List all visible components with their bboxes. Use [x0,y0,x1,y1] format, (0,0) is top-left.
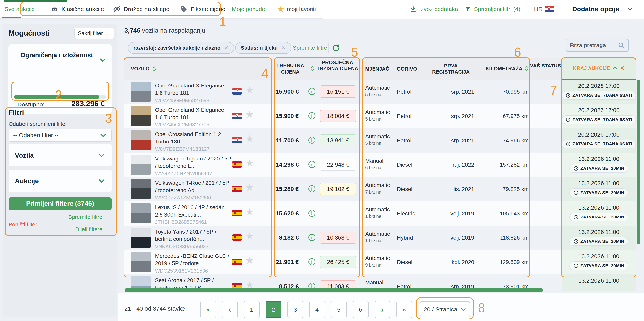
vehicle-thumbnail[interactable] [131,106,150,126]
header-auction-end[interactable]: KRAJ AUKCIJE ✕ [562,58,636,80]
vehicle-thumbnail[interactable] [131,252,150,272]
countdown-text: ZATVARA SE: 20MIN [580,263,624,268]
info-icon[interactable] [308,88,316,95]
country-flag-spain-icon [232,186,242,192]
filter-chip-status[interactable]: Status: u tijeku ✕ [235,42,292,54]
fuel-type: Diesel [397,162,412,168]
page-button-5[interactable]: 5 [331,301,347,318]
vehicle-info: Toyota Yaris / 2017 / 5P / berlina con p… [155,228,232,250]
gearbox-cell: Automatic5 brzina [365,109,390,122]
page-size-select[interactable]: 20 / Stranica [420,301,470,318]
vehicle-thumbnail[interactable] [131,155,150,175]
search-input[interactable] [570,42,618,49]
vehicle-title[interactable]: Mercedes -BENZ Clase GLC / 2019 / 5P / t… [155,252,232,267]
info-icon[interactable] [308,258,316,265]
reset-filter-link[interactable]: Poništi filter [8,221,37,228]
filters-title: Filtri [8,109,24,117]
favorite-star-icon[interactable]: ★ [245,207,254,217]
info-icon[interactable] [308,234,316,241]
chip-close-icon[interactable]: ✕ [281,45,286,51]
filter-group-vozila[interactable]: Vozila [8,144,112,166]
hide-filter-button[interactable]: Sakrij filter ← [74,28,114,39]
page-button-4[interactable]: 4 [309,301,325,318]
info-icon[interactable] [308,185,316,192]
info-icon[interactable] [308,137,316,144]
last-page-button[interactable] [396,301,412,318]
tab-sve-aukcije[interactable]: Sve aukcije [4,0,35,18]
avg-market-price: 13.941 € [320,134,356,147]
export-data-button[interactable]: Izvoz podataka [410,0,458,18]
limits-exposure-card[interactable]: Ograničenja i izloženost Dostupno: 283.2… [8,44,112,114]
chip-close-icon[interactable]: ✕ [224,45,228,51]
first-page-button[interactable] [200,301,216,318]
chevron-down-icon [460,306,466,312]
more-options-button[interactable]: Dodatne opcije [572,0,633,18]
current-price: 15.620 € [263,210,299,217]
tab-drazbe-na-slijepo[interactable]: Dražbe na slijepo [112,0,170,18]
info-icon[interactable] [308,210,316,217]
chevron-down-icon[interactable] [99,56,106,64]
sort-icon[interactable] [310,66,315,72]
options-title: Mogućnosti [8,29,50,37]
sort-icon[interactable] [152,66,156,72]
gear-count: 5 brzina [365,92,390,97]
header-vehicle[interactable]: VOZILO [131,58,156,80]
fuel-type: Diesel [397,259,412,265]
header-mileage[interactable]: KILOMETRAŽA [479,58,529,80]
header-current-price[interactable]: TRENUTNA CIJENA [272,62,309,75]
favorite-star-icon[interactable]: ★ [245,158,254,168]
nav-my-bids[interactable]: Moje ponude [232,0,265,18]
vehicle-title[interactable]: Toyota Yaris / 2017 / 5P / berlina con p… [155,228,232,243]
arrow-left-icon: ← [106,30,111,37]
vehicle-title[interactable]: Volkswagen Tiguan / 2020 / 5P / todoterr… [155,155,232,169]
quick-search-box[interactable] [566,39,629,52]
favorite-star-icon[interactable]: ★ [245,231,254,241]
filter-group-aukcije[interactable]: Aukcije [8,169,112,192]
vehicle-title[interactable]: Opel Crossland Edition 1.2 Turbo 130 [155,131,232,145]
vehicle-thumbnail[interactable] [131,179,150,199]
page-button-1[interactable]: 1 [244,301,260,318]
vehicle-info: Lexus IS / 2016 / 4P / sedán 2.5 300h Ex… [155,204,232,225]
share-filters-link[interactable]: Dijeli filtere [51,226,102,233]
sort-icon[interactable] [524,66,529,72]
vertical-scrollbar[interactable] [637,80,640,244]
vehicle-thumbnail[interactable] [131,203,150,223]
next-page-button[interactable] [374,301,390,318]
saved-filter-select[interactable]: -- Odaberi filter -- [8,129,112,142]
vehicle-thumbnail[interactable] [131,130,150,151]
refresh-button[interactable] [332,44,340,52]
page-button-2-active[interactable]: 2 [266,301,282,318]
chevron-down-icon [627,6,633,12]
favorite-star-icon[interactable]: ★ [245,85,254,95]
info-icon[interactable] [308,112,316,119]
apply-filters-button[interactable]: Primijeni filtere (3746) [8,197,112,210]
vehicle-title[interactable]: Opel Grandland X Elegance 1.6 Turbo 181 [155,82,232,97]
vehicle-title[interactable]: Volkswagen T-Roc / 2017 / 5P / todoterre… [155,179,232,194]
favorite-star-icon[interactable]: ★ [245,256,254,265]
page-button-3[interactable]: 3 [287,301,303,318]
favorite-star-icon[interactable]: ★ [245,109,254,119]
first-registration: srp. 2021 [428,89,474,95]
save-filters-toolbar-link[interactable]: Spremite filtre [293,45,327,51]
tab-fiksne-cijene[interactable]: Fiksne cijene [180,0,225,18]
country-flag-croatia-icon [232,137,242,143]
nav-my-favorites[interactable]: ★ moji favoriti [277,0,316,18]
vehicle-thumbnail[interactable] [131,228,150,248]
horizontal-scrollbar[interactable] [125,288,543,292]
close-sort-icon[interactable]: ✕ [620,65,624,71]
info-icon[interactable] [308,161,316,168]
vehicle-thumbnail[interactable] [131,82,150,102]
save-filters-link[interactable]: Spremite filtre [51,214,102,220]
favorite-star-icon[interactable]: ★ [245,182,254,192]
chip-label: razvrstaj: završetak aukcije uzlazno [133,45,220,51]
saved-filters-button[interactable]: Spremljeni filtri (4) [464,0,520,18]
language-selector[interactable]: HR [534,0,554,18]
chevron-up-icon[interactable] [612,66,618,71]
previous-page-button[interactable] [222,301,238,318]
tab-klasicne-aukcije[interactable]: Klasične aukcije [50,0,104,18]
vehicle-title[interactable]: Lexus IS / 2016 / 4P / sedán 2.5 300h Ex… [155,204,232,218]
vehicle-title[interactable]: Opel Grandland X Elegance 1.6 Turbo 181 [155,106,232,121]
filter-chip-sort[interactable]: razvrstaj: završetak aukcije uzlazno ✕ [128,42,234,54]
favorite-star-icon[interactable]: ★ [245,134,254,144]
page-button-6[interactable]: 6 [353,301,368,318]
